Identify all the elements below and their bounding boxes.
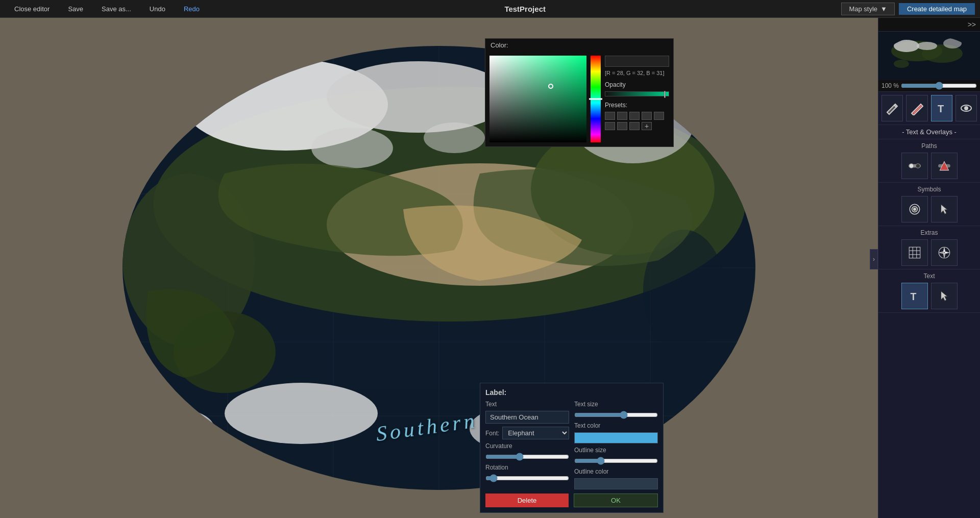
svg-point-29: [917, 42, 937, 50]
symbol-cursor-button[interactable]: [931, 196, 958, 223]
color-preset-swatch[interactable]: [617, 122, 627, 130]
text-overlays-section-label: - Text & Overlays -: [878, 125, 980, 139]
paths-section: Paths: [878, 139, 980, 183]
right-panel: >> 100 %: [878, 18, 980, 518]
zoom-label: 100 %: [881, 82, 899, 89]
right-panel-collapse-btn[interactable]: >>: [878, 18, 980, 32]
color-preset-swatch[interactable]: [654, 112, 664, 120]
color-hue-cursor: [589, 98, 602, 100]
extras-buttons-row: [881, 239, 977, 266]
svg-point-38: [916, 164, 920, 168]
label-left-col: Text Font: Elephant Arial Georgia Curvat…: [485, 401, 569, 489]
color-preset-swatch[interactable]: [629, 112, 640, 120]
font-label: Font:: [485, 430, 499, 437]
main-area: Southern Ocean Color: [R = 28, G = 32, B…: [0, 18, 980, 518]
svg-point-19: [133, 408, 214, 449]
svg-point-31: [894, 60, 909, 68]
outline-size-slider[interactable]: [574, 457, 658, 465]
eraser-tool-button[interactable]: [906, 95, 927, 121]
color-opacity-cursor: [664, 91, 666, 98]
svg-point-28: [894, 40, 919, 52]
ok-label-button[interactable]: OK: [574, 494, 658, 507]
text-add-button[interactable]: T: [901, 283, 928, 309]
color-preset-swatch[interactable]: [605, 122, 615, 130]
text-color-swatch[interactable]: [574, 432, 658, 443]
project-title: TestProject: [209, 5, 841, 13]
save-as-button[interactable]: Save as...: [92, 0, 140, 18]
color-gradient-cursor: [548, 84, 553, 89]
font-select[interactable]: Elephant Arial Georgia: [502, 427, 569, 439]
color-hex-input[interactable]: [605, 56, 669, 67]
color-presets-row: +: [605, 112, 669, 130]
extras-section: Extras: [878, 226, 980, 269]
label-panel-content: Text Font: Elephant Arial Georgia Curvat…: [485, 401, 658, 489]
text-label: Text: [485, 401, 569, 408]
mini-map-svg: [886, 36, 973, 77]
topbar: Close editor Save Save as... Undo Redo T…: [0, 0, 980, 18]
symbol-circle-button[interactable]: [901, 196, 928, 223]
rotation-label: Rotation: [485, 464, 569, 471]
view-tool-button[interactable]: [955, 95, 977, 121]
path-erase-button[interactable]: [931, 153, 958, 179]
label-panel-title: Label:: [485, 388, 658, 397]
label-right-col: Text size Text color Outline size Outlin…: [574, 401, 658, 489]
extras-grid-button[interactable]: [901, 239, 928, 266]
svg-point-37: [909, 164, 914, 168]
svg-point-21: [424, 122, 485, 153]
text-input[interactable]: [485, 411, 569, 424]
delete-label-button[interactable]: Delete: [485, 494, 569, 507]
color-picker-body: [R = 28, G = 32, B = 31] Opacity Presets…: [485, 52, 673, 146]
extras-title: Extras: [881, 229, 977, 236]
color-picker-panel: Color: [R = 28, G = 32, B = 31] Opacity …: [485, 38, 674, 147]
redo-button[interactable]: Redo: [175, 0, 209, 18]
symbols-title: Symbols: [881, 186, 977, 193]
color-preset-swatch[interactable]: [605, 112, 615, 120]
text-buttons-row: T: [881, 283, 977, 309]
svg-point-12: [327, 61, 510, 133]
zoom-bar: 100 %: [878, 80, 980, 92]
rotation-slider[interactable]: [485, 474, 569, 482]
zoom-slider[interactable]: [901, 82, 977, 90]
extras-compass-button[interactable]: [931, 239, 958, 266]
outline-size-label: Outline size: [574, 447, 658, 454]
svg-marker-53: [939, 252, 944, 254]
color-picker-controls: [R = 28, G = 32, B = 31] Opacity Presets…: [605, 56, 669, 142]
outline-color-label: Outline color: [574, 468, 658, 475]
svg-text:T: T: [910, 291, 916, 302]
create-detailed-map-button[interactable]: Create detailed map: [899, 3, 975, 15]
color-preset-swatch[interactable]: [642, 112, 652, 120]
map-style-button[interactable]: Map style ▼: [841, 3, 895, 15]
color-gradient[interactable]: [489, 56, 586, 142]
right-panel-collapse-arrow[interactable]: ›: [870, 249, 878, 269]
color-hue-bar[interactable]: [591, 56, 601, 142]
tool-icons-section: T: [878, 92, 980, 125]
path-draw-button[interactable]: [901, 153, 928, 179]
text-size-label: Text size: [574, 401, 658, 408]
color-preset-swatch[interactable]: [617, 112, 627, 120]
curvature-slider[interactable]: [485, 453, 569, 461]
map-area[interactable]: Southern Ocean Color: [R = 28, G = 32, B…: [0, 18, 878, 518]
text-size-slider[interactable]: [574, 411, 658, 419]
undo-button[interactable]: Undo: [140, 0, 175, 18]
mini-map-ellipse: [886, 36, 973, 77]
color-rgb-label: [R = 28, G = 32, B = 31]: [605, 70, 669, 76]
svg-point-35: [965, 107, 968, 110]
close-editor-button[interactable]: Close editor: [5, 0, 59, 18]
text-section-title: Text: [881, 273, 977, 280]
svg-point-30: [943, 38, 962, 48]
svg-marker-54: [944, 252, 949, 254]
symbols-section: Symbols: [878, 183, 980, 226]
color-opacity-bar[interactable]: [605, 91, 669, 96]
text-section: Text T: [878, 269, 980, 313]
topbar-right: Map style ▼ Create detailed map: [841, 3, 975, 15]
save-button[interactable]: Save: [59, 0, 92, 18]
svg-marker-56: [941, 291, 947, 301]
color-presets-label: Presets:: [605, 102, 669, 109]
text-select-button[interactable]: [931, 283, 958, 309]
color-add-preset-button[interactable]: +: [642, 122, 652, 130]
svg-rect-45: [909, 247, 920, 258]
outline-color-swatch[interactable]: [574, 478, 658, 489]
color-preset-swatch[interactable]: [629, 122, 640, 130]
draw-tool-button[interactable]: [881, 95, 903, 121]
text-tool-button[interactable]: T: [931, 95, 952, 121]
